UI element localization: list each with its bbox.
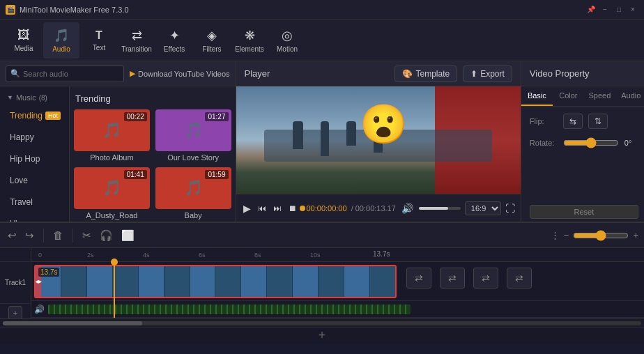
sidebar-item-happy[interactable]: Happy (3, 127, 66, 148)
undo-button[interactable]: ↩ (6, 227, 19, 244)
zoom-in-button[interactable]: + (633, 230, 638, 240)
track-add-video-btn[interactable]: + (8, 306, 22, 319)
next-frame-button[interactable]: ⏭ (272, 202, 283, 215)
sidebar-item-trending[interactable]: Trending Hot (3, 105, 66, 126)
flip-vertical-button[interactable]: ⇅ (588, 114, 608, 129)
player-section: Player 🎨 Template ⬆ Export (236, 61, 521, 222)
music-note-icon-3: 🎵 (102, 179, 121, 197)
flip-horizontal-button[interactable]: ⇆ (563, 114, 583, 129)
toolbar-filters[interactable]: ◈ Filters (194, 22, 230, 59)
music-note-icon-1: 🎵 (102, 121, 121, 139)
main-area: 🔍 ▶ Download YouTube Videos ▼ Music (8) … (0, 61, 644, 222)
audio-subtrack: 🔊 (31, 301, 644, 318)
youtube-icon: ▶ (130, 69, 135, 78)
prop-tab-speed[interactable]: Speed (584, 86, 615, 106)
text-icon: T (95, 29, 102, 42)
left-panel-top: 🔍 ▶ Download YouTube Videos (0, 61, 236, 86)
rotate-slider[interactable] (563, 137, 619, 148)
sidebar-item-vlog[interactable]: Vlog (3, 213, 66, 222)
toolbar-audio[interactable]: 🎵 Audio (43, 22, 79, 59)
sidebar-item-travel[interactable]: Travel (3, 192, 66, 213)
filters-label: Filters (202, 45, 221, 53)
audio-track-icon: 🔊 (34, 305, 45, 314)
zoom-slider[interactable] (573, 230, 629, 241)
music-items: 🎵 00:22 Photo Album 🎵 01:27 Our Love Sto… (74, 109, 231, 222)
prop-panel-title: Video Property (521, 61, 644, 86)
transfer-btn-3[interactable]: ⇄ (473, 268, 498, 288)
zoom-split-button[interactable]: ⋮ (551, 230, 560, 240)
cut-button[interactable]: ✂ (80, 227, 93, 244)
audio-icon: 🎵 (54, 28, 69, 43)
transfer-btn-4[interactable]: ⇄ (507, 268, 532, 288)
reset-button[interactable]: Reset (530, 205, 638, 219)
delete-button[interactable]: 🗑 (51, 227, 66, 243)
prop-tab-audio[interactable]: Audio (615, 86, 644, 106)
timeline-toolbar: ↩ ↪ 🗑 ✂ 🎧 ⬜ ⋮ − + (0, 223, 644, 248)
search-icon: 🔍 (10, 69, 20, 78)
timeline-scrollbar[interactable] (0, 318, 644, 327)
transfer-btn-1[interactable]: ⇄ (406, 268, 431, 288)
toolbar-transition[interactable]: ⇄ Transition (118, 22, 155, 59)
maximize-button[interactable]: □ (613, 4, 624, 15)
timeline: ↩ ↪ 🗑 ✂ 🎧 ⬜ ⋮ − + Track1 + 🔇 (0, 222, 644, 344)
volume-button[interactable]: 🔊 (400, 201, 415, 215)
minimize-button[interactable]: − (599, 4, 611, 15)
prev-frame-button[interactable]: ⏮ (256, 202, 268, 215)
motion-icon: ◎ (282, 28, 293, 43)
playhead[interactable] (114, 262, 115, 318)
tick-4: 4s (143, 252, 150, 259)
music-item-baby[interactable]: 🎵 01:59 Baby (155, 167, 231, 220)
music-item-photo-album[interactable]: 🎵 00:22 Photo Album (74, 109, 150, 162)
toolbar-media[interactable]: 🖼 Media (6, 22, 42, 59)
timeline-main: 13.7s 0 2s 4s 6s 8s 10s (31, 248, 644, 318)
close-button[interactable]: × (627, 4, 638, 15)
titlebar-controls: 📌 − □ × (585, 4, 638, 15)
timeline-left-col: Track1 + 🔇 (0, 248, 31, 318)
toolbar-text[interactable]: T Text (81, 22, 117, 59)
export-icon: ⬆ (470, 69, 477, 79)
search-box[interactable]: 🔍 (6, 66, 124, 82)
music-note-icon-4: 🎵 (184, 179, 203, 197)
music-item-our-love-story[interactable]: 🎵 01:27 Our Love Story (155, 109, 231, 162)
scrollbar-thumb[interactable] (3, 321, 142, 325)
stop-button[interactable]: ⏹ (287, 202, 298, 215)
emoji-overlay: 😮 (360, 101, 408, 146)
music-item-dusty-road[interactable]: 🎵 01:41 A_Dusty_Road (74, 167, 150, 220)
tick-0: 0 (38, 252, 42, 259)
prop-tab-basic[interactable]: Basic (521, 86, 553, 106)
pin-button[interactable]: 📌 (585, 4, 597, 15)
video-clip[interactable]: 13.7s (34, 265, 397, 298)
fullscreen-button[interactable]: ⛶ (505, 203, 515, 214)
playhead-dot (111, 259, 118, 266)
sidebar-item-love[interactable]: Love (3, 170, 66, 191)
flip-label: Flip: (530, 117, 558, 125)
yt-download-button[interactable]: ▶ Download YouTube Videos (130, 69, 230, 78)
duration-1: 00:22 (124, 112, 147, 121)
music-section-header: ▼ Music (8) (0, 89, 69, 105)
zoom-out-button[interactable]: − (564, 230, 569, 240)
play-button[interactable]: ▶ (242, 201, 252, 215)
video-property-panel: Video Property Basic Color Speed Audio F… (521, 61, 644, 222)
aspect-ratio-select[interactable]: 16:9 9:16 4:3 1:1 (465, 201, 501, 215)
toolbar-motion[interactable]: ◎ Motion (269, 22, 305, 59)
volume-slider[interactable] (419, 207, 461, 210)
video-track: 13.7s (31, 262, 644, 301)
app-icon: 🎬 (6, 5, 15, 15)
audio-button[interactable]: 🎧 (98, 227, 115, 244)
sidebar-item-hiphop[interactable]: Hip Hop (3, 148, 66, 169)
add-track-button[interactable]: + (319, 328, 326, 343)
toolbar-effects[interactable]: ✦ Effects (156, 22, 192, 59)
music-section-label: Music (16, 93, 36, 102)
redo-button[interactable]: ↪ (23, 227, 36, 244)
music-thumb-1: 🎵 00:22 (74, 109, 150, 151)
template-button[interactable]: 🎨 Template (394, 66, 457, 82)
transfer-btn-2[interactable]: ⇄ (440, 268, 465, 288)
prop-tab-color[interactable]: Color (553, 86, 584, 106)
search-input[interactable] (23, 70, 119, 78)
toolbar-elements[interactable]: ❋ Elements (231, 22, 268, 59)
export-label: Export (480, 69, 505, 79)
player-title: Player (245, 68, 390, 79)
export-button[interactable]: ⬆ Export (463, 66, 512, 82)
crop-button[interactable]: ⬜ (119, 227, 137, 244)
music-name-2: Our Love Story (155, 153, 231, 162)
